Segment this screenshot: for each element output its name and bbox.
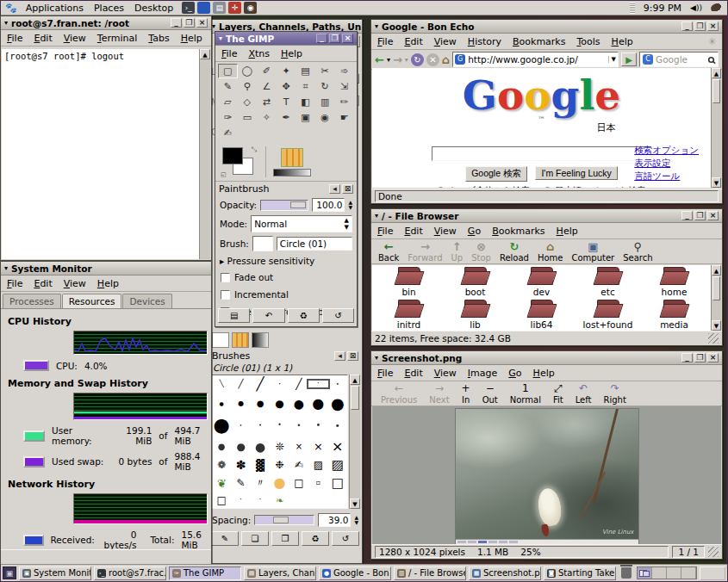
brush-cell[interactable]: ● xyxy=(251,399,270,408)
menu-item[interactable]: Edit xyxy=(404,368,422,379)
viewer-toolbar-button[interactable]: 1 Normal xyxy=(506,383,545,405)
tool-icon[interactable]: ✐ xyxy=(257,64,277,78)
viewer-toolbar-button[interactable]: ↶ Left xyxy=(571,383,596,405)
brushes-tab[interactable] xyxy=(212,332,229,348)
swap-colors-icon[interactable]: ⤡ xyxy=(252,146,257,154)
tool-icon[interactable]: ◉ xyxy=(315,110,335,125)
menu-item[interactable]: File xyxy=(7,278,22,289)
radio-option[interactable]: 日本語のページを検索 xyxy=(544,185,645,188)
stop-button[interactable]: ✕ xyxy=(426,53,439,66)
launcher-icon[interactable]: ▤ xyxy=(213,2,226,14)
google-link[interactable]: 検索オプション xyxy=(634,144,699,157)
workspace-4[interactable] xyxy=(681,567,696,579)
brush-cell[interactable]: ● xyxy=(212,416,231,435)
checkbox-icon[interactable] xyxy=(221,273,230,282)
close-button[interactable]: × xyxy=(707,353,719,362)
brush-cell[interactable]: · xyxy=(308,381,327,387)
menu-item[interactable]: Tools xyxy=(576,36,600,47)
tool-icon[interactable]: ☛ xyxy=(334,110,354,125)
menu-item[interactable]: Help xyxy=(557,226,578,237)
tool-icon[interactable]: ▤ xyxy=(296,64,315,78)
tool-icon[interactable]: ▱ xyxy=(218,95,238,109)
toolbar-button[interactable]: ⚲ Search xyxy=(619,241,656,263)
brush-cell[interactable]: □ xyxy=(212,495,231,505)
tool-icon[interactable]: ✧ xyxy=(257,110,277,125)
window-menu-icon[interactable]: ▾ xyxy=(375,212,378,220)
menu-item[interactable]: View xyxy=(434,226,457,237)
brush-cell[interactable]: ● xyxy=(270,476,289,490)
maximize-button[interactable]: ❐ xyxy=(694,353,706,362)
image-viewer-window[interactable]: ▾ Screenshot.png _ ❐ × FileEditViewImage… xyxy=(370,350,723,560)
brush-cell[interactable]: ╱ xyxy=(251,378,270,391)
task-button[interactable]: ● Google - Bon … xyxy=(319,567,391,580)
tool-icon[interactable]: ◧ xyxy=(296,95,315,109)
filebrowser-titlebar[interactable]: ▾ / - File Browser _ ❐ × xyxy=(371,209,722,223)
forward-dropdown-icon[interactable]: ▾ xyxy=(405,56,408,64)
toolbar-button[interactable]: ← Back xyxy=(375,241,402,263)
launcher-icon[interactable] xyxy=(197,2,210,14)
gimp-titlebar[interactable]: ▾ The GIMP _ ❐ × xyxy=(215,32,357,46)
tool-icon[interactable]: ⌗ xyxy=(296,79,315,94)
tool-icon[interactable]: ✏ xyxy=(334,95,354,109)
tool-icon[interactable]: ➾ xyxy=(334,64,354,78)
brush-cell[interactable]: ✎ xyxy=(231,478,250,488)
brush-cell[interactable]: ❦ xyxy=(212,478,231,489)
viewer-toolbar-button[interactable]: ← Previous xyxy=(376,383,421,405)
task-button[interactable]: ▤ Layers, Chann… xyxy=(244,567,316,580)
mode-dropdown[interactable]: Normal ▲▼ xyxy=(251,215,352,232)
brushes-scrollbar[interactable]: ▲ ▼ xyxy=(349,375,360,509)
minimize-button[interactable]: _ xyxy=(681,353,693,362)
dock-arrow-button[interactable]: ◂ xyxy=(334,351,345,361)
google-search-input[interactable] xyxy=(432,146,651,161)
panel-menu-item[interactable]: Applications xyxy=(26,3,84,14)
menu-item[interactable]: View xyxy=(64,278,86,289)
brush-cell[interactable]: • xyxy=(328,381,347,387)
menu-item[interactable]: View xyxy=(434,36,457,47)
tool-icon[interactable]: ▭ xyxy=(238,110,258,125)
folder-item[interactable]: boot xyxy=(442,267,508,297)
launcher-icon[interactable]: ✛ xyxy=(228,2,241,14)
launcher-icon[interactable]: ›_ xyxy=(182,2,195,14)
volume-icon[interactable]: ◀)) xyxy=(690,3,702,12)
terminal-scrollbar[interactable]: ▲ xyxy=(199,49,210,259)
resize-grip[interactable] xyxy=(708,547,719,557)
go-button[interactable]: ▶ xyxy=(621,53,637,66)
gimp-toolbox-window[interactable]: ▾ The GIMP _ ❐ × FileXtnsHelp ▢◯✐✦▤✂➾✎⚲∠… xyxy=(215,31,358,327)
spacing-slider[interactable] xyxy=(254,515,314,525)
maximize-button[interactable]: ❐ xyxy=(694,211,706,220)
options-action-button[interactable]: ▤ xyxy=(218,308,250,323)
opacity-value[interactable]: 100.0 xyxy=(312,198,345,212)
maximize-button[interactable]: ❐ xyxy=(329,34,340,43)
brush-cell[interactable]: ✍ xyxy=(289,460,308,470)
search-box[interactable]: C Google xyxy=(639,52,719,67)
tool-icon[interactable]: ✦ xyxy=(277,64,296,78)
gnome-footprint-icon[interactable]: 🐾 xyxy=(5,3,17,14)
options-action-button[interactable]: ↺ xyxy=(322,308,354,323)
folder-item[interactable]: lib xyxy=(442,300,508,330)
google-link[interactable]: 表示設定 xyxy=(634,157,699,170)
menu-item[interactable]: File xyxy=(377,368,393,379)
brush-cell[interactable]: □ xyxy=(289,478,308,488)
tool-icon[interactable]: ▣ xyxy=(296,110,315,125)
brush-cell[interactable]: ❧ xyxy=(270,496,289,505)
brush-action-button[interactable]: ❏ xyxy=(241,531,269,546)
opacity-slider[interactable] xyxy=(260,200,308,211)
browser-titlebar[interactable]: ▾ Google - Bon Echo _ ❐ × xyxy=(371,20,722,34)
menu-item[interactable]: File xyxy=(377,36,393,47)
brush-action-button[interactable]: ❐ xyxy=(271,531,299,546)
task-button[interactable]: ▥ / - File Browser xyxy=(394,567,466,580)
tool-icon[interactable]: ◇ xyxy=(238,95,258,109)
menu-item[interactable]: Xtns xyxy=(248,48,270,59)
brush-cell[interactable]: × xyxy=(328,440,347,454)
brush-cell[interactable]: ● xyxy=(328,396,347,412)
active-pattern-swatch[interactable] xyxy=(281,148,303,167)
task-button[interactable]: ▦ Screenshot.png xyxy=(469,567,541,580)
url-dropdown-icon[interactable]: ▼ xyxy=(608,56,616,63)
panel-menu-item[interactable]: Places xyxy=(94,3,124,14)
menu-item[interactable]: File xyxy=(7,33,22,44)
task-button[interactable]: ▣ System Monitor xyxy=(19,567,91,580)
toolbar-button[interactable]: ⌂ Home xyxy=(534,241,567,263)
fg-bg-colors[interactable]: ⤡ ◱ xyxy=(221,146,258,178)
brush-cell[interactable]: ▓ xyxy=(251,460,270,471)
options-close-button[interactable]: ⊠ xyxy=(342,184,353,194)
